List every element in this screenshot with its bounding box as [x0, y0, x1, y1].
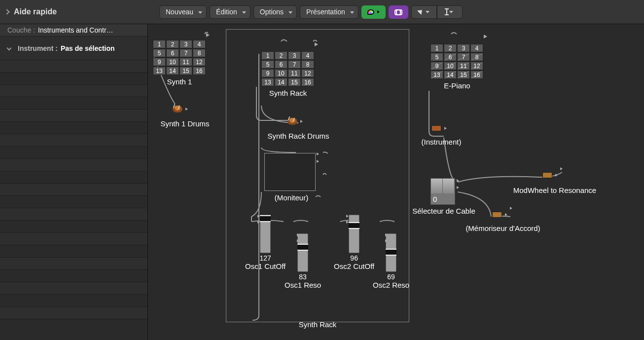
output-port-icon [385, 239, 388, 242]
chevron-down-icon [242, 11, 246, 14]
list-item [0, 97, 147, 110]
list-item [0, 233, 147, 245]
menu-edition[interactable]: Édition [210, 5, 250, 19]
fader-label: Osc2 Reso [373, 281, 409, 289]
list-item [0, 307, 147, 319]
list-item [0, 159, 147, 171]
transformer-icon [542, 172, 552, 178]
synth-rack-group-label: Synth Rack [226, 320, 409, 329]
modwheel-label: ModWheel to Resonance [503, 186, 607, 194]
output-port-icon [185, 108, 188, 111]
output-port-icon [317, 160, 319, 163]
fader-osc2-reso[interactable]: 69 Osc2 Reso [373, 233, 409, 289]
menu-presentation[interactable]: Présentation [300, 5, 358, 19]
chord-memorizer-icon [492, 212, 502, 218]
list-item [0, 85, 147, 97]
fader-osc2-cutoff[interactable]: 96 Osc2 CutOff [334, 215, 374, 270]
menu-nouveau[interactable]: Nouveau [159, 5, 207, 19]
fader-value: 96 [350, 254, 358, 262]
list-item [0, 60, 147, 73]
synth1-drums-object[interactable] [173, 106, 188, 113]
output-port-icon [457, 179, 459, 182]
list-item [0, 196, 147, 208]
memoriseur-label: (Mémoriseur d'Accord) [456, 224, 550, 232]
output-port-icon [510, 207, 512, 210]
instrument-label: (Instrument) [414, 138, 468, 146]
list-item [0, 122, 147, 134]
chevron-down-icon [449, 11, 453, 13]
output-port-icon [300, 120, 303, 123]
quick-help-toggle[interactable]: Aide rapide [5, 7, 147, 16]
memoriseur-object[interactable] [492, 212, 507, 218]
pointer-tool[interactable] [411, 5, 437, 19]
drum-icon [173, 106, 182, 113]
list-item [0, 171, 147, 184]
fader-label: Osc2 CutOff [334, 262, 374, 270]
chevron-down-icon [198, 11, 202, 14]
output-port-icon [444, 127, 447, 130]
text-tool[interactable] [437, 5, 463, 19]
list-item [0, 208, 147, 221]
list-item [0, 73, 147, 85]
list-item [0, 221, 147, 233]
menu-options[interactable]: Options [253, 5, 297, 19]
cable-selector-value: 0 [431, 193, 455, 204]
fader-osc1-cutoff[interactable]: 127 Osc1 CutOff [245, 215, 286, 270]
output-port-icon [346, 215, 349, 218]
environment-canvas[interactable]: 1234 5678 9101112 13141516 Synth 1 Synth… [148, 24, 644, 340]
synth1-multi[interactable]: 1234 5678 9101112 13141516 [153, 40, 206, 75]
output-port-icon [560, 167, 563, 170]
synth-rack-label: Synth Rack [261, 89, 315, 97]
chevron-down-icon [7, 46, 12, 51]
sidebar: Couche : Instruments and Contr… Instrume… [0, 24, 148, 340]
quick-help-label: Aide rapide [14, 7, 57, 16]
link-button[interactable] [389, 5, 408, 19]
play-icon [206, 33, 210, 37]
output-port-icon [346, 221, 349, 224]
chevron-down-icon [426, 11, 429, 13]
list-item [0, 245, 147, 258]
output-port-icon [505, 213, 507, 216]
synth-rack-drums-label: Synth Rack Drums [259, 132, 338, 140]
synth-rack-drums-object[interactable] [287, 118, 303, 125]
list-item [0, 147, 147, 159]
epiano-multi[interactable]: 1234 5678 9101112 13141516 [430, 44, 483, 79]
fader-label: Osc1 Reso [285, 281, 321, 289]
instrument-object[interactable] [431, 125, 447, 131]
output-port-icon [317, 152, 319, 155]
synth1-drums-label: Synth 1 Drums [148, 119, 222, 128]
layer-value: Instruments and Contr… [38, 26, 113, 34]
list-item [0, 270, 147, 282]
cursor-arrow-icon [419, 8, 424, 15]
monitor-label: (Moniteur) [264, 193, 319, 202]
chevron-right-icon [4, 9, 9, 14]
fader-value: 127 [259, 254, 271, 262]
synth1-label: Synth 1 [153, 77, 206, 86]
output-port-icon [297, 239, 299, 242]
output-port-icon [257, 221, 260, 224]
toolbar: Aide rapide Nouveau Édition Options Prés… [0, 0, 644, 24]
modwheel-object[interactable] [542, 172, 558, 178]
drum-icon [287, 118, 297, 125]
cable-selector[interactable]: 0 [430, 178, 455, 205]
list-item [0, 184, 147, 196]
epiano-label: E-Piano [430, 81, 484, 90]
list-item [0, 258, 147, 270]
output-port-icon [457, 186, 459, 189]
fader-osc1-reso[interactable]: 83 Osc1 Reso [285, 233, 321, 289]
midi-colors-button[interactable] [361, 5, 386, 19]
list-item [0, 110, 147, 122]
instrument-row[interactable]: Instrument : Pas de sélection [0, 37, 147, 60]
instrument-value: Pas de sélection [61, 44, 115, 52]
monitor-object[interactable] [264, 153, 316, 191]
palette-icon [367, 9, 374, 15]
output-port-icon [555, 174, 558, 177]
layer-row[interactable]: Couche : Instruments and Contr… [0, 24, 147, 37]
fader-value: 69 [387, 273, 395, 281]
synth-rack-multi[interactable]: 1234 5678 9101112 13141516 [261, 51, 314, 86]
list-item [0, 134, 147, 147]
play-icon [315, 42, 318, 46]
fader-label: Osc1 CutOff [245, 262, 286, 270]
text-cursor-icon [446, 8, 447, 15]
instrument-prefix: Instrument : [18, 44, 58, 52]
